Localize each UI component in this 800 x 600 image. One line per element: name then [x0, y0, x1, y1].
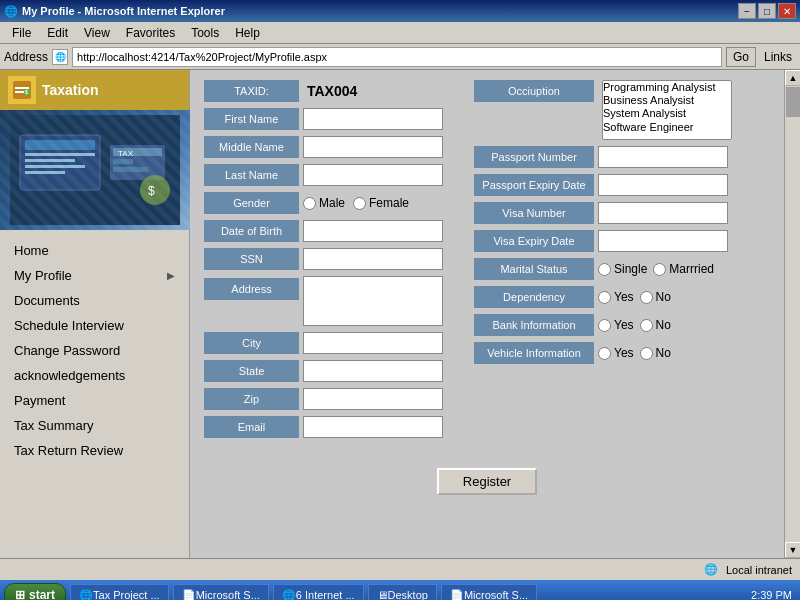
zip-input[interactable] [303, 388, 443, 410]
taskbar-item-1[interactable]: 📄 Microsoft S... [173, 584, 269, 600]
vehicle-no-text: No [656, 346, 671, 360]
menu-file[interactable]: File [4, 24, 39, 42]
dependency-yes-label[interactable]: Yes [598, 290, 634, 304]
taskbar-item-4[interactable]: 📄 Microsoft S... [441, 584, 537, 600]
menu-view[interactable]: View [76, 24, 118, 42]
sidebar-item-label-changepassword: Change Password [14, 343, 120, 358]
bank-info-row: Bank Information Yes No [474, 314, 770, 336]
vehicle-no-label[interactable]: No [640, 346, 671, 360]
bank-no-label[interactable]: No [640, 318, 671, 332]
bank-yes-label[interactable]: Yes [598, 318, 634, 332]
title-bar-left: 🌐 My Profile - Microsoft Internet Explor… [4, 5, 225, 18]
dependency-no-label[interactable]: No [640, 290, 671, 304]
marital-married-radio[interactable] [653, 263, 666, 276]
menu-tools[interactable]: Tools [183, 24, 227, 42]
taskbar-icon-2: 🌐 [282, 589, 296, 601]
scroll-thumb[interactable] [786, 87, 800, 117]
sidebar-item-schedule[interactable]: Schedule Interview [0, 313, 189, 338]
minimize-button[interactable]: − [738, 3, 756, 19]
scroll-down-button[interactable]: ▼ [785, 542, 800, 558]
menu-help[interactable]: Help [227, 24, 268, 42]
scroll-up-button[interactable]: ▲ [785, 70, 800, 86]
sidebar-item-taxsummary[interactable]: Tax Summary [0, 413, 189, 438]
zip-label: Zip [204, 388, 299, 410]
visa-number-input[interactable] [598, 202, 728, 224]
gender-female-radio[interactable] [353, 197, 366, 210]
dependency-yes-text: Yes [614, 290, 634, 304]
gender-male-label[interactable]: Male [303, 196, 345, 210]
ssn-label: SSN [204, 248, 299, 270]
city-input[interactable] [303, 332, 443, 354]
taskbar: ⊞ start 🌐 Tax Project ... 📄 Microsoft S.… [0, 580, 800, 600]
taskbar-item-2[interactable]: 🌐 6 Internet ... [273, 584, 364, 600]
sidebar-item-myprofile[interactable]: My Profile ▶ [0, 263, 189, 288]
vehicle-yes-radio[interactable] [598, 347, 611, 360]
occupation-select[interactable]: Programming Analysist Business Analysist… [602, 80, 732, 140]
links-label: Links [760, 50, 796, 64]
menu-favorites[interactable]: Favorites [118, 24, 183, 42]
lastname-input[interactable] [303, 164, 443, 186]
passport-number-input[interactable] [598, 146, 728, 168]
visa-number-row: Visa Number [474, 202, 770, 224]
go-button[interactable]: Go [726, 47, 756, 67]
email-input[interactable] [303, 416, 443, 438]
dependency-label: Dependency [474, 286, 594, 308]
sidebar-item-payment[interactable]: Payment [0, 388, 189, 413]
taskbar-item-3[interactable]: 🖥 Desktop [368, 584, 437, 600]
dob-label: Date of Birth [204, 220, 299, 242]
maximize-button[interactable]: □ [758, 3, 776, 19]
dob-input[interactable] [303, 220, 443, 242]
address-row: Address [204, 276, 454, 326]
passport-expiry-input[interactable] [598, 174, 728, 196]
marital-single-radio[interactable] [598, 263, 611, 276]
firstname-input[interactable] [303, 108, 443, 130]
ie-icon: 🌐 [4, 5, 18, 18]
middlename-input[interactable] [303, 136, 443, 158]
occupation-option-2[interactable]: System Analysist [603, 107, 731, 120]
occupation-option-1[interactable]: Business Analysist [603, 94, 731, 107]
gender-female-label[interactable]: Female [353, 196, 409, 210]
vehicle-yes-label[interactable]: Yes [598, 346, 634, 360]
visa-expiry-row: Visa Expiry Date [474, 230, 770, 252]
sidebar-item-acknowledgements[interactable]: acknowledgements [0, 363, 189, 388]
vehicle-no-radio[interactable] [640, 347, 653, 360]
sidebar-item-documents[interactable]: Documents [0, 288, 189, 313]
dependency-no-radio[interactable] [640, 291, 653, 304]
zip-row: Zip [204, 388, 454, 410]
taskbar-icon-0: 🌐 [79, 589, 93, 601]
state-input[interactable] [303, 360, 443, 382]
gender-male-text: Male [319, 196, 345, 210]
taskbar-label-2: 6 Internet ... [296, 589, 355, 600]
vehicle-yes-text: Yes [614, 346, 634, 360]
bank-yes-radio[interactable] [598, 319, 611, 332]
marital-status-row: Marital Status Single Marrried [474, 258, 770, 280]
sidebar-logo: $ [8, 76, 36, 104]
taskbar-icon-4: 📄 [450, 589, 464, 601]
address-icon: 🌐 [52, 49, 68, 65]
address-input[interactable] [72, 47, 722, 67]
marital-married-label[interactable]: Marrried [653, 262, 714, 276]
sidebar-item-taxreturn[interactable]: Tax Return Review [0, 438, 189, 463]
gender-male-radio[interactable] [303, 197, 316, 210]
address-input[interactable] [303, 276, 443, 326]
occupation-option-0[interactable]: Programming Analysist [603, 81, 731, 94]
sidebar: $ Taxation TAX $ [0, 70, 190, 558]
sidebar-item-home[interactable]: Home [0, 238, 189, 263]
taxid-label: TAXID: [204, 80, 299, 102]
middlename-label: Middle Name [204, 136, 299, 158]
occupation-option-3[interactable]: Software Engineer [603, 121, 731, 134]
bank-no-radio[interactable] [640, 319, 653, 332]
ssn-input[interactable] [303, 248, 443, 270]
start-button[interactable]: ⊞ start [4, 583, 66, 600]
taskbar-item-0[interactable]: 🌐 Tax Project ... [70, 584, 169, 600]
dependency-yes-radio[interactable] [598, 291, 611, 304]
register-button[interactable]: Register [437, 468, 537, 495]
dependency-row: Dependency Yes No [474, 286, 770, 308]
marital-single-label[interactable]: Single [598, 262, 647, 276]
sidebar-item-changepassword[interactable]: Change Password [0, 338, 189, 363]
sidebar-title: Taxation [42, 82, 99, 98]
visa-expiry-input[interactable] [598, 230, 728, 252]
menu-edit[interactable]: Edit [39, 24, 76, 42]
close-button[interactable]: ✕ [778, 3, 796, 19]
sidebar-item-label-taxreturn: Tax Return Review [14, 443, 123, 458]
